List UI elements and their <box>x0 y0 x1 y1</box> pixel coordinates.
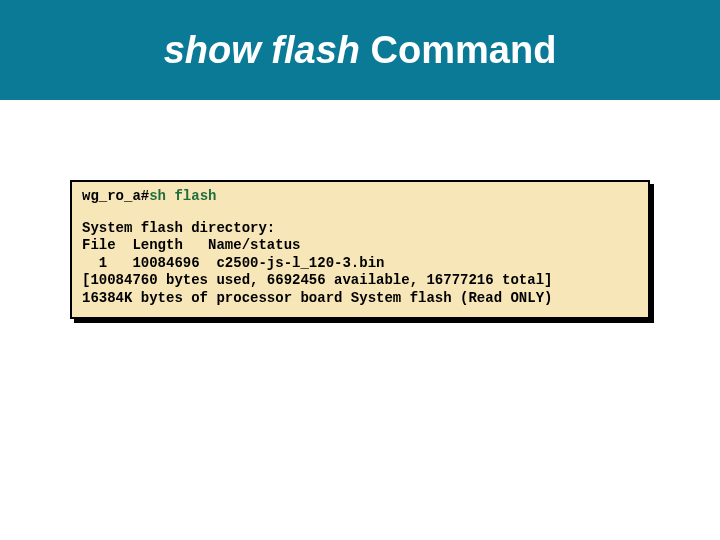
terminal-frame: wg_ro_a#sh flashSystem flash directory: … <box>70 180 650 319</box>
output-line: System flash directory: <box>82 220 275 236</box>
typed-command: sh flash <box>149 188 216 204</box>
blank-line <box>82 206 638 220</box>
page-title: show flash Command <box>164 29 557 72</box>
prompt-line: wg_ro_a#sh flash <box>82 188 638 206</box>
output-line: [10084760 bytes used, 6692456 available,… <box>82 272 552 288</box>
output-line: 16384K bytes of processor board System f… <box>82 290 552 306</box>
output-line: 1 10084696 c2500-js-l_120-3.bin <box>82 255 384 271</box>
terminal-output: wg_ro_a#sh flashSystem flash directory: … <box>70 180 650 319</box>
title-bar: show flash Command <box>0 0 720 100</box>
title-command: show flash <box>164 29 360 71</box>
prompt: wg_ro_a# <box>82 188 149 204</box>
output-line: File Length Name/status <box>82 237 300 253</box>
title-word: Command <box>360 29 556 71</box>
